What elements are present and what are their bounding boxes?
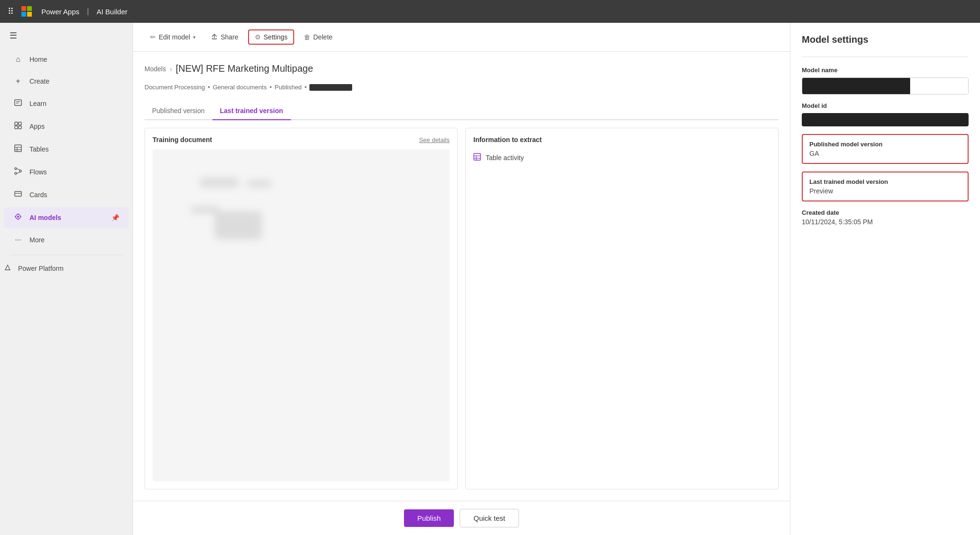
- table-icon: [473, 153, 481, 162]
- subtitle-category: General documents: [213, 84, 267, 91]
- training-document-preview: [153, 149, 450, 481]
- sidebar-bottom-label: Power Platform: [18, 265, 64, 272]
- sidebar-item-label-apps: Apps: [29, 123, 45, 130]
- sidebar-item-create[interactable]: + Create: [4, 71, 129, 91]
- tab-published-version[interactable]: Published version: [144, 102, 212, 120]
- more-icon: ···: [13, 236, 23, 244]
- svg-rect-0: [21, 6, 26, 11]
- sidebar-item-apps[interactable]: Apps: [4, 116, 129, 137]
- right-panel: Model settings Model name Model id Publi…: [790, 23, 980, 535]
- pin-icon: 📌: [111, 214, 119, 221]
- svg-rect-10: [19, 126, 21, 129]
- tab-last-trained-version[interactable]: Last trained version: [212, 102, 291, 120]
- svg-rect-4: [15, 100, 21, 105]
- blur-shape-3: [214, 211, 262, 239]
- edit-model-button[interactable]: ✏ Edit model ▾: [144, 30, 202, 44]
- svg-rect-20: [15, 191, 21, 196]
- power-platform-icon: [4, 264, 11, 273]
- cards-container: Training document See details: [144, 128, 778, 489]
- svg-rect-11: [15, 145, 21, 152]
- svg-line-19: [17, 172, 20, 173]
- svg-line-18: [17, 169, 20, 170]
- sidebar-item-ai-models[interactable]: AI models 📌: [4, 207, 129, 228]
- sidebar-item-label-tables: Tables: [29, 145, 48, 153]
- subtitle-dot3: •: [305, 84, 307, 91]
- sidebar-item-flows[interactable]: Flows: [4, 162, 129, 182]
- info-card-title: Information to extract: [473, 136, 542, 143]
- sidebar-item-tables[interactable]: Tables: [4, 139, 129, 160]
- svg-rect-3: [27, 12, 32, 17]
- svg-point-17: [15, 172, 17, 174]
- share-button[interactable]: Share: [205, 30, 244, 44]
- svg-rect-7: [15, 122, 18, 125]
- sidebar-item-label-create: Create: [29, 77, 49, 85]
- training-card-header: Training document See details: [153, 136, 450, 143]
- sidebar-item-power-platform[interactable]: Power Platform: [0, 259, 133, 277]
- sidebar-item-home[interactable]: ⌂ Home: [4, 49, 129, 69]
- delete-label: Delete: [313, 33, 332, 41]
- published-version-label: Published model version: [809, 141, 961, 148]
- subtitle-dot1: •: [208, 84, 210, 91]
- created-date-label: Created date: [802, 209, 969, 216]
- settings-button[interactable]: ⚙ Settings: [248, 29, 295, 45]
- sidebar-item-cards[interactable]: Cards: [4, 184, 129, 205]
- page-content: Models › [NEW] RFE Marketing Multipage D…: [133, 52, 790, 501]
- home-icon: ⌂: [13, 55, 23, 64]
- content-area: ✏ Edit model ▾ Share ⚙ Settings: [133, 23, 790, 535]
- created-date-value: 10/11/2024, 5:35:05 PM: [802, 218, 969, 226]
- apps-icon: [13, 122, 23, 131]
- panel-title: Model settings: [802, 34, 969, 45]
- sidebar-item-learn[interactable]: Learn: [4, 93, 129, 114]
- tab-bar: Published version Last trained version: [144, 102, 778, 120]
- blur-shape-1: [200, 178, 238, 187]
- breadcrumb-current: [NEW] RFE Marketing Multipage: [176, 63, 313, 74]
- last-trained-value: Preview: [809, 187, 961, 195]
- quick-test-button[interactable]: Quick test: [460, 509, 519, 527]
- publish-button[interactable]: Publish: [404, 509, 454, 527]
- model-name-visible: [910, 78, 968, 94]
- action-bar: Publish Quick test: [133, 501, 790, 535]
- see-details-link[interactable]: See details: [419, 136, 450, 143]
- sidebar-item-label-home: Home: [29, 56, 47, 63]
- sidebar-item-more[interactable]: ··· More: [4, 230, 129, 250]
- sidebar-divider: [10, 255, 123, 255]
- settings-icon: ⚙: [255, 33, 261, 41]
- training-card-title: Training document: [153, 136, 212, 143]
- settings-label: Settings: [264, 33, 288, 41]
- published-version-value: GA: [809, 150, 961, 157]
- edit-model-label: Edit model: [159, 33, 190, 41]
- delete-icon: 🗑: [304, 33, 310, 41]
- topbar-separator: |: [87, 7, 89, 16]
- hamburger-button[interactable]: ☰: [0, 23, 133, 48]
- model-id-value: [802, 113, 969, 126]
- svg-rect-1: [27, 6, 32, 11]
- page-subtitle: Document Processing • General documents …: [144, 84, 778, 91]
- topbar-title: Power Apps: [41, 8, 79, 16]
- learn-icon: [13, 99, 23, 108]
- breadcrumb-parent[interactable]: Models: [144, 65, 166, 73]
- training-card-body: [153, 149, 450, 481]
- subtitle-status: Published: [275, 84, 302, 91]
- cards-icon: [13, 190, 23, 200]
- svg-rect-2: [21, 12, 26, 17]
- last-trained-label: Last trained model version: [809, 178, 961, 185]
- model-name-input[interactable]: [802, 77, 969, 95]
- waffle-icon[interactable]: ⠿: [8, 6, 14, 17]
- flows-icon: [13, 167, 23, 177]
- published-version-box: Published model version GA: [802, 134, 969, 164]
- ai-models-icon: [13, 213, 23, 222]
- sidebar-item-label-learn: Learn: [29, 100, 47, 107]
- subtitle-type: Document Processing: [144, 84, 205, 91]
- blur-shape-2: [248, 180, 271, 187]
- create-icon: +: [13, 77, 23, 86]
- tables-icon: [13, 144, 23, 154]
- svg-rect-29: [474, 153, 480, 160]
- toolbar: ✏ Edit model ▾ Share ⚙ Settings: [133, 23, 790, 52]
- delete-button[interactable]: 🗑 Delete: [298, 30, 338, 44]
- svg-rect-8: [19, 122, 21, 125]
- information-extract-card: Information to extract: [465, 128, 778, 489]
- svg-point-16: [19, 170, 21, 172]
- training-document-card: Training document See details: [144, 128, 458, 489]
- model-id-label: Model id: [802, 102, 969, 109]
- sidebar-item-label-cards: Cards: [29, 191, 47, 199]
